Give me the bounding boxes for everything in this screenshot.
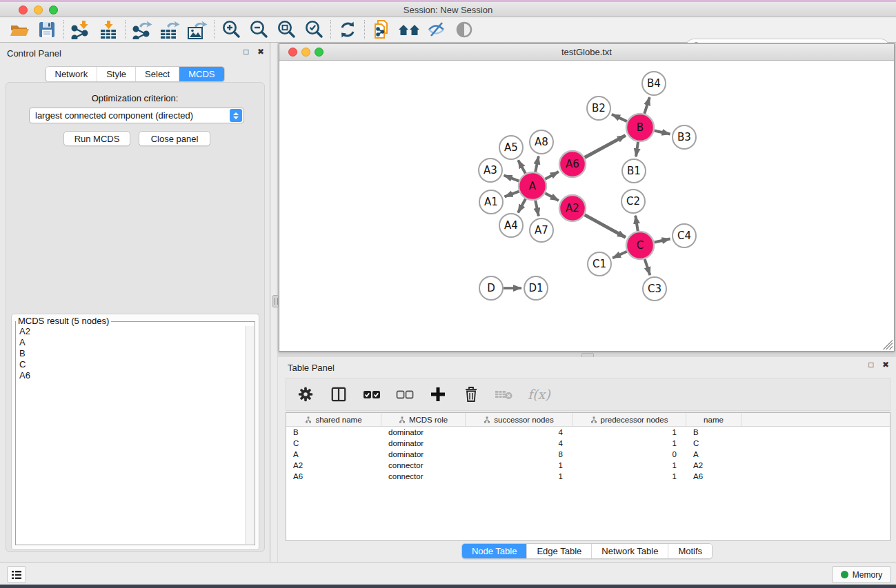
column-header-MCDS-role[interactable]: MCDS role	[381, 413, 466, 426]
vertical-split-grip[interactable]	[272, 295, 279, 307]
tab-node-table[interactable]: Node Table	[462, 544, 528, 558]
cell-shared-name[interactable]: A2	[286, 460, 381, 471]
edge-B-B4[interactable]	[644, 97, 649, 114]
edge-A-A3[interactable]	[504, 175, 519, 181]
edge-B-B2[interactable]	[612, 114, 627, 121]
cell-MCDS-role[interactable]: dominator	[381, 438, 466, 449]
cell-successor-nodes[interactable]: 4	[466, 427, 573, 438]
network-graph[interactable]: AA1A2A3A4A5A6A7A8BB1B2B3B4CC1C2C3C4DD1	[279, 61, 894, 352]
criterion-dropdown[interactable]: largest connected component (directed)	[29, 108, 244, 123]
cell-predecessor-nodes[interactable]: 1	[573, 471, 686, 482]
edge-B-B1[interactable]	[636, 142, 638, 156]
memory-button[interactable]: Memory	[832, 566, 891, 583]
graph-node-C2[interactable]: C2	[621, 190, 645, 213]
export-network-button[interactable]	[128, 19, 156, 41]
save-session-button[interactable]	[33, 19, 61, 41]
result-list-scrollbar[interactable]	[245, 326, 254, 544]
column-header-predecessor-nodes[interactable]: predecessor nodes	[573, 413, 686, 426]
edge-A2-C[interactable]	[585, 215, 626, 238]
cell-predecessor-nodes[interactable]: 1	[573, 427, 686, 438]
import-table-button[interactable]	[94, 19, 122, 41]
graph-node-A4[interactable]: A4	[499, 214, 523, 237]
edge-A-A4[interactable]	[518, 199, 526, 212]
edge-A-A5[interactable]	[518, 160, 526, 173]
import-network-button[interactable]	[67, 19, 94, 41]
network-window-titlebar[interactable]: testGlobe.txt	[279, 44, 894, 61]
cell-successor-nodes[interactable]: 1	[466, 471, 573, 482]
graph-node-B2[interactable]: B2	[587, 97, 610, 120]
graph-node-B1[interactable]: B1	[622, 159, 646, 183]
hide-selected-button[interactable]	[423, 19, 450, 41]
cell-name[interactable]: A2	[686, 460, 741, 471]
column-header-successor-nodes[interactable]: successor nodes	[466, 413, 573, 426]
graph-node-A[interactable]: A	[519, 172, 546, 200]
run-mcds-button[interactable]: Run MCDS	[63, 131, 130, 146]
edge-A-A8[interactable]	[535, 156, 539, 172]
graph-node-A3[interactable]: A3	[479, 159, 502, 182]
graph-node-A5[interactable]: A5	[499, 136, 523, 159]
table-row[interactable]: Cdominator41C	[286, 438, 890, 449]
mcds-result-list[interactable]: A2ABCA6	[17, 326, 245, 544]
column-header-shared-name[interactable]: shared name	[286, 413, 381, 426]
cell-predecessor-nodes[interactable]: 1	[573, 460, 686, 471]
tab-select[interactable]: Select	[136, 67, 179, 81]
table-row[interactable]: Adominator80A	[286, 449, 890, 460]
result-list-item[interactable]: B	[17, 348, 245, 359]
show-column-panel-button[interactable]	[329, 385, 348, 404]
edge-C-C3[interactable]	[645, 259, 650, 275]
table-row[interactable]: A6connector11A6	[286, 471, 890, 482]
zoom-selected-button[interactable]	[300, 19, 328, 41]
table-row[interactable]: Bdominator41B	[286, 427, 890, 438]
cell-MCDS-role[interactable]: dominator	[381, 449, 466, 460]
graph-node-A7[interactable]: A7	[530, 219, 553, 242]
graph-node-B3[interactable]: B3	[673, 125, 696, 149]
cell-name[interactable]: C	[686, 438, 741, 449]
tab-network[interactable]: Network	[46, 67, 97, 81]
deselect-all-rows-button[interactable]	[395, 385, 415, 404]
apply-function-button[interactable]: f(x)	[528, 385, 550, 404]
tab-edge-table[interactable]: Edge Table	[527, 544, 592, 558]
tab-network-table[interactable]: Network Table	[592, 544, 668, 558]
window-resize-grip[interactable]	[883, 340, 893, 349]
export-table-button[interactable]	[156, 19, 183, 41]
zoom-out-button[interactable]	[245, 19, 272, 41]
cell-successor-nodes[interactable]: 4	[466, 438, 573, 449]
graph-node-A1[interactable]: A1	[479, 190, 503, 214]
cell-successor-nodes[interactable]: 8	[466, 449, 573, 460]
graph-node-C4[interactable]: C4	[673, 224, 696, 247]
graph-node-C3[interactable]: C3	[643, 277, 666, 301]
edge-A-A1[interactable]	[505, 192, 519, 197]
first-neighbors-button[interactable]	[395, 19, 423, 41]
edge-C-C4[interactable]	[655, 239, 670, 242]
zoom-in-button[interactable]	[217, 19, 245, 41]
cell-shared-name[interactable]: B	[286, 427, 381, 438]
result-list-item[interactable]: A2	[17, 326, 245, 337]
graph-node-A6[interactable]: A6	[559, 151, 586, 177]
column-header-name[interactable]: name	[686, 413, 741, 426]
cell-shared-name[interactable]: A	[286, 449, 381, 460]
export-image-button[interactable]	[183, 19, 211, 41]
edge-A-A7[interactable]	[535, 201, 539, 216]
graph-node-A8[interactable]: A8	[530, 130, 553, 154]
result-list-item[interactable]: A	[17, 337, 245, 348]
table-settings-button[interactable]	[296, 385, 315, 404]
select-all-rows-button[interactable]	[362, 385, 381, 404]
task-history-button[interactable]	[7, 566, 26, 583]
cell-successor-nodes[interactable]: 1	[466, 460, 573, 471]
graph-node-A2[interactable]: A2	[559, 195, 586, 221]
tab-motifs[interactable]: Motifs	[668, 544, 712, 558]
table-row[interactable]: A2connector11A2	[286, 460, 890, 471]
edge-B-B3[interactable]	[655, 130, 670, 134]
float-panel-icon[interactable]: □	[243, 47, 248, 57]
edge-C-C1[interactable]	[613, 252, 627, 258]
close-panel-button[interactable]: Close panel	[139, 131, 210, 146]
result-list-item[interactable]: A6	[17, 370, 245, 381]
graph-node-B4[interactable]: B4	[642, 72, 666, 95]
cell-name[interactable]: A6	[686, 471, 741, 482]
cell-name[interactable]: B	[686, 427, 741, 438]
graph-node-D1[interactable]: D1	[524, 276, 548, 300]
cell-shared-name[interactable]: A6	[286, 471, 381, 482]
refresh-layout-button[interactable]	[334, 19, 361, 41]
result-list-item[interactable]: C	[17, 359, 245, 370]
delete-table-button[interactable]	[495, 385, 514, 404]
